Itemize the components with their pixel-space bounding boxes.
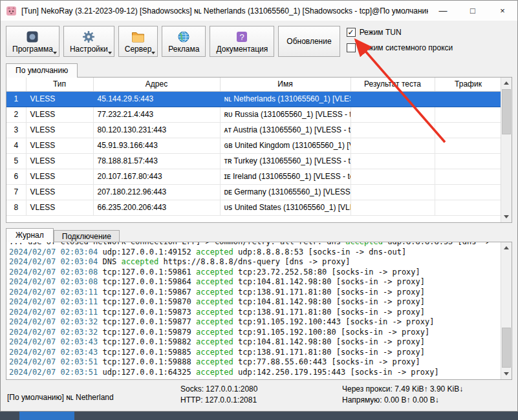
- table-header-row: Тип Адрес Имя Результат теста Трафик: [6, 78, 502, 91]
- cell-name: ᴛʀ Turkey (131065560_1) [VLESS - tcp]: [220, 153, 351, 169]
- settings-icon: [82, 30, 95, 43]
- table-row[interactable]: 1VLESS45.144.29.5:443ɴʟ Netherlands (131…: [6, 91, 502, 107]
- tab-log[interactable]: Журнал: [6, 228, 54, 242]
- log-line: 2024/02/07 02:03:04 udp:127.0.0.1:49152 …: [9, 247, 488, 258]
- documentation-button[interactable]: ?Документация: [210, 26, 274, 57]
- globe-icon: [177, 30, 190, 43]
- cell-type: VLESS: [26, 107, 93, 122]
- log-tabbar: Журнал Подключение: [1, 227, 517, 242]
- cell-type: VLESS: [26, 91, 93, 107]
- ads-button[interactable]: Реклама: [162, 26, 206, 57]
- cell-traffic: [435, 107, 502, 122]
- tun-mode-label: Режим TUN: [360, 28, 402, 37]
- log-line: 2024/02/07 02:03:32 tcp:127.0.0.1:59879 …: [9, 328, 488, 338]
- toolbar-button-label: Настройки: [70, 45, 108, 54]
- checkbox-unchecked-icon: [347, 43, 356, 52]
- scrollbar-thumb[interactable]: [502, 328, 511, 368]
- tun-mode-checkbox[interactable]: ✓ Режим TUN: [347, 28, 453, 37]
- tab-connection[interactable]: Подключение: [54, 230, 120, 243]
- taskbar-strip: [0, 412, 518, 420]
- log-line: 2024/02/07 02:03:32 tcp:127.0.0.1:59877 …: [9, 317, 488, 328]
- table-row[interactable]: 6VLESS20.107.167.80:443ɪᴇ Ireland (13106…: [6, 169, 502, 184]
- cell-type: VLESS: [26, 138, 93, 153]
- table-row[interactable]: 4VLESS45.91.93.166:443ɢʙ United Kingdom …: [6, 138, 502, 153]
- cell-traffic: [435, 138, 502, 153]
- table-row[interactable]: 5VLESS78.188.81.57:443ᴛʀ Turkey (1310655…: [6, 153, 502, 169]
- cell-test: [351, 153, 435, 169]
- cell-type: VLESS: [26, 153, 93, 169]
- cell-name: ᴅᴇ Germany (131065560_1) [VLESS - tcp]: [220, 184, 351, 200]
- column-header-traffic[interactable]: Трафик: [435, 78, 502, 91]
- cell-type: VLESS: [26, 169, 93, 184]
- table-row[interactable]: 3VLESS80.120.130.231:443ᴀᴛ Austria (1310…: [6, 122, 502, 138]
- cell-type: VLESS: [26, 184, 93, 200]
- status-current-group: [По умолчанию] ɴʟ Netherland: [7, 393, 114, 402]
- cell-test: [351, 91, 435, 107]
- dropdown-arrow-icon: [53, 52, 57, 54]
- column-header-type[interactable]: Тип: [26, 78, 93, 91]
- tab-default-group[interactable]: По умолчанию: [6, 63, 78, 78]
- toolbar-button-label: Сервер: [125, 45, 152, 54]
- table-row[interactable]: 2VLESS77.232.21.4:443ʀᴜ Russia (13106556…: [6, 107, 502, 122]
- close-button[interactable]: ×: [488, 1, 517, 21]
- cell-name: ᴀᴛ Austria (131065560_1) [VLESS - tcp]: [220, 122, 351, 138]
- app-window: [Tun] NekoRay (3.21-2023-09-12) [Shadows…: [0, 0, 518, 412]
- toolbar: ПрограммаНастройкиСерверРеклама?Документ…: [1, 21, 517, 62]
- window-title: [Tun] NekoRay (3.21-2023-09-12) [Shadows…: [21, 6, 428, 16]
- group-tabbar: По умолчанию: [1, 62, 517, 77]
- scrollbar-down-icon[interactable]: [501, 211, 512, 222]
- dropdown-arrow-icon: [151, 52, 155, 54]
- toolbar-button-label: Реклама: [168, 45, 199, 54]
- cell-addr: 45.91.93.166:443: [93, 138, 220, 153]
- update-button[interactable]: Обновление: [278, 26, 340, 57]
- column-header-address[interactable]: Адрес: [93, 78, 220, 91]
- log-console[interactable]: ... use of closed network connection Err…: [6, 242, 512, 380]
- cell-addr: 45.144.29.5:443: [93, 91, 220, 107]
- cell-traffic: [435, 122, 502, 138]
- log-scrollbar[interactable]: [501, 242, 512, 379]
- table-row[interactable]: 7VLESS207.180.212.96:443ᴅᴇ Germany (1310…: [6, 184, 502, 200]
- cell-test: [351, 169, 435, 184]
- cell-addr: 78.188.81.57:443: [93, 153, 220, 169]
- cell-type: VLESS: [26, 122, 93, 138]
- log-line: 2024/02/07 02:03:08 tcp:127.0.0.1:59864 …: [9, 277, 488, 288]
- status-ports: Socks: 127.0.0.1:2080 HTTP: 127.0.0.1:20…: [180, 384, 257, 406]
- status-http: HTTP: 127.0.0.1:2081: [180, 395, 257, 406]
- program-button[interactable]: Программа: [6, 26, 59, 57]
- scrollbar-down-icon[interactable]: [501, 368, 512, 379]
- cell-traffic: [435, 153, 502, 169]
- cell-traffic: [435, 200, 502, 215]
- table-row[interactable]: 8VLESS66.235.200.206:443ᴜꜱ United States…: [6, 200, 502, 215]
- checkbox-checked-icon: ✓: [347, 28, 356, 37]
- svg-text:?: ?: [240, 32, 244, 42]
- toolbar-button-label: Программа: [12, 45, 53, 54]
- table-scrollbar[interactable]: [501, 78, 512, 222]
- cell-test: [351, 138, 435, 153]
- settings-button[interactable]: Настройки: [63, 26, 114, 57]
- log-line: 2024/02/07 02:03:43 tcp:127.0.0.1:59885 …: [9, 348, 488, 358]
- log-line: 2024/02/07 02:03:43 tcp:127.0.0.1:59882 …: [9, 337, 488, 348]
- server-button[interactable]: Сервер: [118, 26, 158, 57]
- titlebar[interactable]: [Tun] NekoRay (3.21-2023-09-12) [Shadows…: [1, 1, 517, 21]
- log-line: 2024/02/07 02:03:04 DNS accepted https:/…: [9, 257, 488, 268]
- column-header-name[interactable]: Имя: [220, 78, 351, 91]
- taskbar-app-indicator[interactable]: [19, 412, 74, 420]
- statusbar: [По умолчанию] ɴʟ Netherland Socks: 127.…: [1, 380, 517, 410]
- maximize-button[interactable]: □: [458, 1, 488, 21]
- scrollbar-up-icon[interactable]: [501, 78, 512, 89]
- status-traffic: Через прокси: 7.49 KiB↑ 3.90 KiB↓ Напрям…: [342, 384, 463, 406]
- cell-traffic: [435, 169, 502, 184]
- cell-name: ʀᴜ Russia (131065560_1) [VLESS - tcp]: [220, 107, 351, 122]
- scrollbar-up-icon[interactable]: [501, 242, 512, 253]
- server-table: Тип Адрес Имя Результат теста Трафик 1VL…: [6, 77, 512, 223]
- minimize-button[interactable]: —: [428, 1, 458, 21]
- log-line: 2024/02/07 02:03:51 udp:127.0.0.1:64325 …: [9, 368, 488, 378]
- cell-test: [351, 107, 435, 122]
- cell-num: 5: [6, 153, 26, 169]
- status-socks: Socks: 127.0.0.1:2080: [180, 384, 257, 395]
- cell-num: 3: [6, 122, 26, 138]
- scrollbar-thumb[interactable]: [502, 89, 511, 134]
- cell-traffic: [435, 184, 502, 200]
- system-proxy-checkbox[interactable]: Режим системного прокси: [347, 43, 453, 52]
- column-header-test-result[interactable]: Результат теста: [351, 78, 435, 91]
